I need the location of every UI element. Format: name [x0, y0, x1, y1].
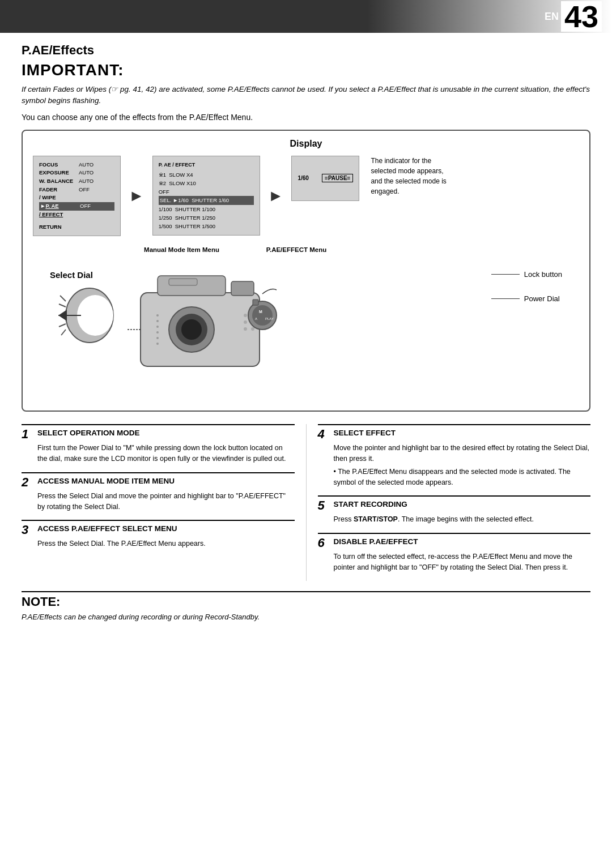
power-dial-label-area: Power Dial [491, 294, 562, 303]
svg-point-30 [252, 305, 273, 326]
step-4-number: 4 [318, 428, 330, 441]
step-6-number: 6 [318, 537, 330, 549]
svg-line-6 [61, 330, 66, 335]
note-label: NOTE: [22, 595, 590, 609]
camera-body-svg: M A PLAY [124, 259, 282, 389]
display-label: Display [33, 139, 579, 149]
note-section: NOTE: P.AE/Effects can be changed during… [22, 591, 590, 623]
pause-indicator: ≡PAUSE≡ [322, 174, 353, 182]
manual-mode-menu-screen: FOCUS AUTO EXPOSURE AUTO W. BALANCE AUTO… [33, 156, 121, 237]
svg-point-16 [156, 320, 159, 322]
menu-item-effect: / EFFECT [39, 211, 114, 219]
result-note: The indicator for the selected mode appe… [365, 156, 456, 196]
menu-item-return: RETURN [39, 223, 114, 232]
svg-rect-34 [253, 300, 258, 305]
pae-item-selected: SEL. ►1/60 SHUTTER 1/60 [159, 196, 254, 204]
menu-item-wbalance: W. BALANCE AUTO [39, 177, 114, 186]
step-6-header: 6 DISABLE P.AE/EFFECT [318, 537, 591, 549]
menu-item-exposure: EXPOSURE AUTO [39, 169, 114, 177]
svg-line-3 [59, 304, 66, 307]
pae-item-off: OFF [159, 187, 254, 196]
step-4-header: 4 SELECT EFFECT [318, 428, 591, 441]
menu-item-wipe: / WIPE [39, 194, 114, 202]
svg-point-20 [156, 343, 159, 345]
step-2-header: 2 ACCESS MANUAL MODE ITEM MENU [22, 476, 295, 489]
lock-line [491, 274, 520, 275]
select-dial-label: Select Dial [50, 270, 118, 280]
svg-rect-14 [231, 281, 254, 296]
pae-menu-label: P.AE/EFFECT Menu [243, 246, 350, 253]
step-3-number: 3 [22, 524, 34, 536]
step-5-number: 5 [318, 499, 330, 512]
step-2-body: Press the Select Dial and move the point… [22, 491, 295, 512]
step-1-title: SELECT OPERATION MODE [37, 428, 140, 438]
en-label: EN [545, 11, 559, 23]
pae-item-slow1: ※1 SLOW X4 [159, 170, 254, 179]
lock-button-label-area: Lock button [491, 270, 562, 279]
camera-diagram: Select Dial [33, 253, 579, 400]
svg-marker-7 [58, 310, 67, 321]
select-dial-svg [50, 284, 118, 347]
step-4-body: Move the pointer and highlight bar to th… [318, 443, 591, 464]
svg-point-23 [244, 320, 247, 324]
svg-text:A: A [255, 317, 257, 320]
step-1: 1 SELECT OPERATION MODE First turn the P… [22, 424, 295, 464]
svg-point-25 [244, 327, 247, 331]
svg-line-5 [59, 324, 66, 327]
step-5: 5 START RECORDING Press START/STOP. The … [318, 495, 591, 525]
pae-item-1100: 1/100 SHUTTER 1/100 [159, 205, 254, 213]
lock-button-label: Lock button [524, 270, 562, 279]
step-1-body: First turn the Power Dial to "M" while p… [22, 443, 295, 464]
steps-section: 1 SELECT OPERATION MODE First turn the P… [22, 424, 590, 580]
step-6-body: To turn off the selected effect, re-acce… [318, 551, 591, 573]
step-5-header: 5 START RECORDING [318, 499, 591, 512]
important-text: If certain Fades or Wipes (☞ pg. 41, 42)… [22, 84, 590, 107]
svg-point-12 [181, 319, 202, 340]
menu-item-fader: FADER OFF [39, 186, 114, 194]
svg-point-19 [156, 337, 159, 339]
svg-point-17 [156, 326, 159, 328]
svg-point-15 [156, 314, 159, 317]
step-2-title: ACCESS MANUAL MODE ITEM MENU [37, 476, 175, 486]
pae-header: P. AE / EFFECT [159, 161, 254, 169]
step-3: 3 ACCESS P.AE/EFFECT SELECT MENU Press t… [22, 520, 295, 549]
step-5-title: START RECORDING [334, 499, 407, 510]
step-4: 4 SELECT EFFECT Move the pointer and hig… [318, 424, 591, 488]
pae-item-slow2: ※2 SLOW X10 [159, 179, 254, 187]
result-screen: 1/60 ≡PAUSE≡ [291, 156, 359, 201]
header-bar: EN 43 [0, 0, 612, 33]
svg-rect-28 [169, 279, 197, 285]
display-box: Display FOCUS AUTO EXPOSURE AUTO W. BALA… [22, 130, 590, 412]
menu-item-focus: FOCUS AUTO [39, 161, 114, 169]
svg-point-21 [244, 314, 247, 317]
svg-point-18 [156, 331, 159, 333]
svg-line-2 [60, 296, 66, 301]
pae-item-1250: 1/250 SHUTTER 1/250 [159, 213, 254, 222]
arrow-right-icon-1: ► [126, 187, 147, 205]
pae-effect-menu-screen: P. AE / EFFECT ※1 SLOW X4 ※2 SLOW X10 OF… [152, 156, 260, 236]
note-text: P.AE/Effects can be changed during recor… [22, 612, 590, 623]
svg-point-26 [251, 327, 254, 331]
menu-item-pae: ►P. AE OFF [39, 202, 114, 211]
svg-text:PLAY: PLAY [265, 317, 274, 320]
page-number: 43 [561, 1, 602, 32]
menu-row: FOCUS AUTO EXPOSURE AUTO W. BALANCE AUTO… [33, 156, 579, 237]
lock-power-labels: Lock button Power Dial [491, 270, 562, 303]
svg-point-1 [77, 295, 113, 336]
step-1-header: 1 SELECT OPERATION MODE [22, 428, 295, 441]
step-2: 2 ACCESS MANUAL MODE ITEM MENU Press the… [22, 472, 295, 512]
step-3-body: Press the Select Dial. The P.AE/Effect M… [22, 538, 295, 549]
step-3-header: 3 ACCESS P.AE/EFFECT SELECT MENU [22, 524, 295, 536]
step-1-number: 1 [22, 428, 34, 441]
select-dial-area: Select Dial [50, 270, 118, 348]
step-4-bullet: The P.AE/Effect Menu disappears and the … [318, 467, 591, 488]
pae-item-1500: 1/500 SHUTTER 1/500 [159, 222, 254, 230]
arrow-right-icon-2: ► [266, 187, 286, 205]
step-6-title: DISABLE P.AE/EFFECT [334, 537, 418, 547]
important-label: IMPORTANT: [22, 61, 590, 79]
power-dial-label: Power Dial [524, 294, 560, 303]
svg-text:M: M [259, 310, 262, 314]
intro-text: You can choose any one of the effects fr… [22, 113, 590, 122]
menu-labels-row: Manual Mode Item Menu P.AE/EFFECT Menu [33, 246, 579, 253]
result-value: 1/60 [298, 175, 308, 181]
